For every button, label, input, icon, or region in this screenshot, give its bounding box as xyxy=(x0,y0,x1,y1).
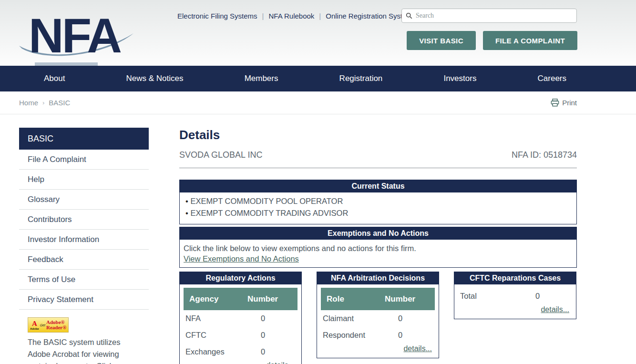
column-number: Number xyxy=(247,294,297,304)
row-label: NFA xyxy=(184,314,247,323)
search-box[interactable] xyxy=(401,9,577,23)
arbitration-decisions-panel: NFA Arbitration Decisions Role Number Cl… xyxy=(317,272,439,358)
regulatory-actions-panel: Regulatory Actions Agency Number NFA 0 C… xyxy=(179,272,302,364)
page-title: Details xyxy=(179,128,577,142)
nfa-id: NFA ID: 0518734 xyxy=(512,150,577,160)
printer-icon xyxy=(551,99,559,107)
table-row: Exchanges 0 xyxy=(184,344,297,360)
adobe-a-glyph: A xyxy=(32,320,37,327)
adobe-word: Adobe xyxy=(30,327,39,330)
breadcrumb-current: BASIC xyxy=(49,99,70,107)
sidebar-item-contributors[interactable]: Contributors xyxy=(19,210,149,230)
sidebar-item-privacy-statement[interactable]: Privacy Statement xyxy=(19,290,149,310)
table-header-row: Role Number xyxy=(321,288,435,310)
sidebar-item-investor-information[interactable]: Investor Information xyxy=(19,230,149,250)
visit-basic-button[interactable]: VISIT BASIC xyxy=(407,31,476,50)
firm-name: SVODA GLOBAL INC xyxy=(179,150,262,160)
adobe-note-text: The BASIC system utilizes Adobe Acrobat … xyxy=(28,336,130,364)
exemptions-panel: Exemptions and No Actions Click the link… xyxy=(179,227,577,268)
nav-members[interactable]: Members xyxy=(239,74,284,83)
nfa-logo[interactable]: NFA xyxy=(18,9,137,62)
row-label: Total xyxy=(458,292,522,301)
row-label: Respondent xyxy=(321,331,385,340)
get-adobe-reader-badge[interactable]: A Adobe Get Adobe® Reader® xyxy=(28,317,69,333)
adobe-reader-label: Reader® xyxy=(46,325,66,330)
adobe-get-label: Get xyxy=(40,324,45,327)
row-label: CFTC xyxy=(184,331,247,340)
table-row: Respondent 0 xyxy=(321,327,435,344)
row-value: 0 xyxy=(247,331,297,340)
sidebar: BASIC File A Complaint Help Glossary Con… xyxy=(19,128,149,364)
current-status-header: Current Status xyxy=(180,180,576,192)
search-input[interactable] xyxy=(416,12,573,20)
column-agency: Agency xyxy=(184,294,247,304)
breadcrumb: Home › BASIC xyxy=(19,99,70,107)
nav-registration[interactable]: Registration xyxy=(334,74,389,83)
link-separator: | xyxy=(262,12,264,20)
status-item: EXEMPT COMMODITY TRADING ADVISOR xyxy=(185,207,571,219)
regulatory-actions-header: Regulatory Actions xyxy=(180,272,301,284)
svg-text:NFA: NFA xyxy=(29,9,121,62)
reparations-cases-panel: CFTC Reparations Cases Total 0 details..… xyxy=(454,272,576,319)
link-nfa-rulebook[interactable]: NFA Rulebook xyxy=(268,12,314,20)
exemptions-text: Click the link below to view exemptions … xyxy=(184,243,573,254)
table-row: Claimant 0 xyxy=(321,310,435,327)
breadcrumb-bar: Home › BASIC Print xyxy=(0,91,636,114)
utility-links: Electronic Filing Systems | NFA Rulebook… xyxy=(177,12,397,20)
divider xyxy=(179,168,577,168)
nav-news-notices[interactable]: News & Notices xyxy=(121,74,189,83)
link-electronic-filing[interactable]: Electronic Filing Systems xyxy=(177,12,257,20)
row-value: 0 xyxy=(385,331,435,340)
nav-investors[interactable]: Investors xyxy=(438,74,482,83)
search-icon xyxy=(406,12,412,19)
column-number: Number xyxy=(385,294,435,304)
reparations-details-link[interactable]: details... xyxy=(458,304,572,315)
file-a-complaint-button[interactable]: FILE A COMPLAINT xyxy=(483,31,577,50)
main-content: Details SVODA GLOBAL INC NFA ID: 0518734… xyxy=(179,128,577,364)
current-status-panel: Current Status EXEMPT COMMODITY POOL OPE… xyxy=(179,180,577,224)
regulatory-details-link[interactable]: details... xyxy=(184,360,297,364)
link-online-registration[interactable]: Online Registration System xyxy=(326,12,412,20)
row-value: 0 xyxy=(247,347,297,356)
sidebar-item-glossary[interactable]: Glossary xyxy=(19,190,149,210)
site-header: NFA Electronic Filing Systems | NFA Rule… xyxy=(0,0,636,66)
exemptions-header: Exemptions and No Actions xyxy=(180,227,576,240)
table-header-row: Agency Number xyxy=(184,288,297,310)
main-nav: About News & Notices Members Registratio… xyxy=(0,66,636,91)
sidebar-item-terms-of-use[interactable]: Terms of Use xyxy=(19,270,149,290)
nav-careers[interactable]: Careers xyxy=(532,74,572,83)
nav-about[interactable]: About xyxy=(38,74,71,83)
chevron-right-icon: › xyxy=(42,99,44,106)
view-exemptions-link[interactable]: View Exemptions and No Actions xyxy=(184,254,299,263)
logo-baseplate xyxy=(35,62,98,66)
row-label: Claimant xyxy=(321,314,385,323)
header-buttons: VISIT BASIC FILE A COMPLAINT xyxy=(407,31,577,50)
table-row: CFTC 0 xyxy=(184,327,297,344)
link-separator: | xyxy=(319,12,321,20)
breadcrumb-home[interactable]: Home xyxy=(19,99,38,107)
reparations-header: CFTC Reparations Cases xyxy=(454,272,576,284)
arbitration-details-link[interactable]: details... xyxy=(321,344,435,354)
adobe-logo-icon: A Adobe xyxy=(30,320,39,330)
arbitration-header: NFA Arbitration Decisions xyxy=(317,272,439,284)
sidebar-item-file-a-complaint[interactable]: File A Complaint xyxy=(19,150,149,170)
row-label: Exchanges xyxy=(184,347,247,356)
print-button[interactable]: Print xyxy=(551,99,577,107)
table-row: Total 0 xyxy=(458,288,572,304)
print-label: Print xyxy=(562,99,577,107)
row-value: 0 xyxy=(385,314,435,323)
column-role: Role xyxy=(321,294,385,304)
sidebar-item-feedback[interactable]: Feedback xyxy=(19,250,149,270)
row-value: 0 xyxy=(247,314,297,323)
table-row: NFA 0 xyxy=(184,310,297,327)
sidebar-title-basic[interactable]: BASIC xyxy=(19,128,149,150)
sidebar-item-help[interactable]: Help xyxy=(19,170,149,190)
nfa-logo-graphic: NFA xyxy=(18,9,137,62)
status-item: EXEMPT COMMODITY POOL OPERATOR xyxy=(185,195,571,207)
row-value: 0 xyxy=(522,292,572,301)
